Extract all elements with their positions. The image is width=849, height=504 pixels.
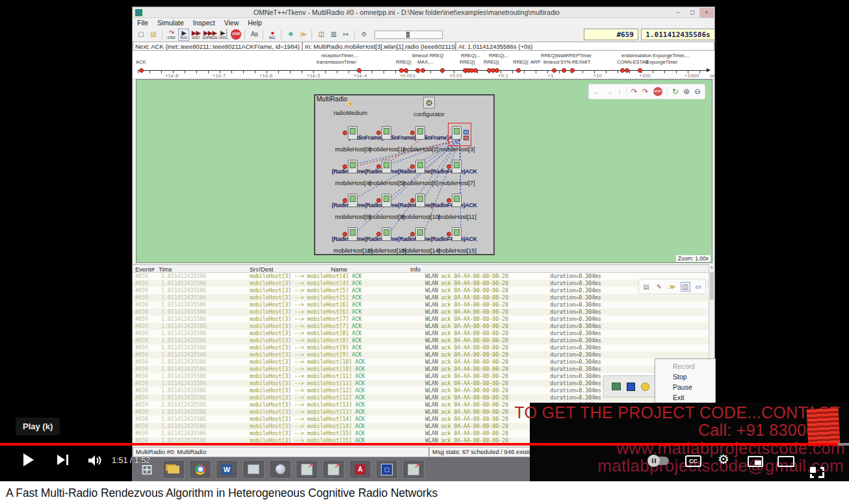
theater-mode-button[interactable] [777,456,794,467]
animation-speed-slider[interactable] [374,31,443,39]
table-row[interactable]: #6591.011412435586mobileHost[3] --> mobi… [133,280,709,287]
context-menu-item-stop[interactable]: Stop [655,372,715,382]
cell-info: WLAN ack 0A-AA-00-00-00-20 [425,273,508,280]
tray-app-icon[interactable] [627,383,635,391]
progress-bar[interactable] [0,443,849,446]
host-icon-mobileHost-1-[interactable] [382,126,391,140]
next-button[interactable] [57,455,68,465]
stop-icon[interactable]: STOP [231,29,241,40]
autoplay-toggle[interactable] [649,457,669,465]
tray-recorder-icon[interactable] [612,383,621,390]
table-row[interactable]: #6591.011412435586mobileHost[3] --> mobi… [133,323,709,330]
host-icon-mobileHost-12-[interactable] [348,227,358,241]
table-row[interactable]: #6591.011412435586mobileHost[3] --> mobi… [133,287,709,294]
log-arrows-icon[interactable]: ≫ [668,282,677,292]
run-icon[interactable]: ▶RUN [178,29,189,41]
log-find-icon[interactable]: ✎ [655,282,664,292]
timeline-view-icon[interactable]: ↦ [340,29,351,41]
column-header-event[interactable]: Event# [135,266,155,273]
slider-thumb[interactable] [406,32,410,38]
window-titlebar[interactable]: OMNeT++/Tkenv - MultiRadio #0 - omnetpp.… [133,7,714,18]
menu-help[interactable]: Help [243,19,267,27]
back-icon[interactable]: ← [593,88,601,95]
host-icon-mobileHost-7-[interactable] [452,160,462,173]
up-icon[interactable]: ↑ [618,88,621,95]
express-icon[interactable]: ▶▶▶EXPRESS [203,29,217,41]
miniplayer-button[interactable] [748,456,763,467]
log-table-header[interactable]: Event#TimeSrc/DestNameInfo [133,264,709,273]
context-menu-item-pause[interactable]: Pause [655,382,715,392]
minimize-button[interactable]: – [671,8,685,18]
table-row[interactable]: #6591.011412435586mobileHost[3] --> mobi… [133,316,709,323]
log-console-icon[interactable]: ▭ [694,282,703,292]
host-icon-mobileHost-15-[interactable] [452,227,462,241]
host-icon-mobileHost-5-[interactable] [382,160,391,173]
host-icon-mobileHost-14-[interactable] [415,227,425,241]
table-row[interactable]: #6591.011412435586mobileHost[3] --> mobi… [133,294,709,301]
settings-gear-icon[interactable]: ⚙ [718,451,729,467]
fullscreen-button[interactable] [810,467,824,478]
layout-vertical-icon[interactable]: ▥ [328,29,339,41]
host-icon-mobileHost-13-[interactable] [382,227,391,241]
relayout-icon[interactable]: ↻ [672,88,679,95]
step-icon[interactable]: ↷STEP [166,29,177,41]
event-timeline[interactable]: receptionTimer,...timeout RREQRREQ|...RR… [133,51,714,79]
table-row[interactable]: #6591.011412435586mobileHost[3] --> mobi… [133,351,709,359]
future-events-icon[interactable]: ≫ [297,29,308,41]
find-objects-icon[interactable]: Aa [248,29,259,41]
table-row[interactable]: #6591.011412435586mobileHost[3] --> mobi… [133,344,709,351]
scrollbar-thumb[interactable] [710,272,714,299]
table-row[interactable]: #6591.011412435586mobileHost[3] --> mobi… [133,366,709,373]
table-row[interactable]: #6591.011412435586mobileHost[3] --> mobi… [133,337,709,344]
column-header-time[interactable]: Time [159,266,172,273]
table-row[interactable]: #6591.011412435586mobileHost[3] --> mobi… [133,330,709,337]
host-icon-mobileHost-11-[interactable] [452,194,462,207]
message-filter-icon[interactable]: ❖ [285,29,296,41]
menu-file[interactable]: File [133,19,153,27]
table-row[interactable]: #6591.011412435586mobileHost[3] --> mobi… [133,309,709,316]
fast-until-module-icon[interactable]: ↷ [642,88,649,95]
play-button[interactable] [23,453,34,466]
network-canvas[interactable]: ←→↑↷↷STOP↻⊕⊖ MultiRadio ☀ radioMedium ⚙ … [136,79,712,263]
log-messages-icon[interactable]: ◫ [681,282,690,292]
until-icon[interactable]: ▶┆UNTIL... [218,29,229,41]
table-row[interactable]: #6591.011412435586mobileHost[3] --> mobi… [133,359,709,366]
column-header-name[interactable]: Name [331,266,347,273]
new-run-icon[interactable]: ▢ [135,29,146,41]
column-header-info[interactable]: Info [410,266,421,273]
context-menu-item-exit[interactable]: Exit [655,392,715,403]
host-icon-mobileHost-4-[interactable] [348,160,358,173]
fast-icon[interactable]: ▶▶FAST [190,29,202,41]
record-eventlog-icon[interactable]: ●REC [267,29,278,41]
menu-simulate[interactable]: Simulate [153,19,189,27]
volume-button[interactable] [87,454,103,470]
run-until-module-icon[interactable]: ↷ [631,88,638,95]
host-icon-mobileHost-10-[interactable] [415,194,425,207]
cell-event: #659 [135,359,148,366]
context-menu-item-record[interactable]: Record [655,361,715,372]
host-icon-mobileHost-0-[interactable] [348,126,358,140]
column-header-srcdest[interactable]: Src/Dest [250,266,273,273]
table-row[interactable]: #6591.011412435586mobileHost[3] --> mobi… [133,301,709,309]
network-module-box[interactable]: MultiRadio ☀ radioMedium ⚙ configurator … [314,94,495,255]
host-icon-mobileHost-6-[interactable] [415,160,425,173]
zoom-in-icon[interactable]: ⊕ [683,88,690,95]
table-row[interactable]: #6591.011412435586mobileHost[3] --> mobi… [133,273,709,280]
player-controls: 1:51 / 1:52 CC ⚙ [0,448,849,478]
menu-inspect[interactable]: Inspect [189,19,220,27]
zoom-out-icon[interactable]: ⊖ [694,88,701,95]
menu-view[interactable]: View [220,19,244,27]
forward-icon[interactable]: → [605,88,613,95]
layout-horizontal-icon[interactable]: ◫ [315,29,326,41]
host-icon-mobileHost-9-[interactable] [382,194,391,207]
options-icon[interactable]: ⚙ [358,29,369,41]
maximize-button[interactable]: ◻ [685,8,699,18]
host-icon-mobileHost-2-[interactable] [415,126,425,140]
log-filter-icon[interactable]: ▤ [642,282,651,292]
close-button[interactable]: × [699,8,714,18]
captions-button[interactable]: CC [685,455,701,467]
host-icon-mobileHost-8-[interactable] [348,194,358,207]
stop-module-icon[interactable]: STOP [653,87,662,96]
tray-smiley-icon[interactable] [641,383,649,391]
open-config-icon[interactable]: ▤ [148,29,159,41]
